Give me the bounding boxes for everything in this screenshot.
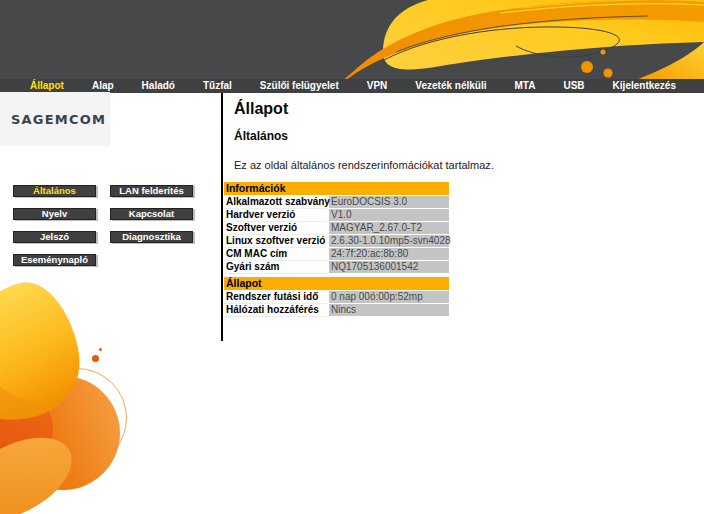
row-label: Rendszer futási idő (224, 290, 328, 303)
flower-red-blob (0, 385, 53, 475)
nav-item-alap[interactable]: Alap (92, 79, 114, 93)
router-admin-page: Állapot Alap Haladó Tűzfal Szülői felügy… (0, 0, 704, 514)
row-value: EuroDOCSIS 3.0 (328, 195, 449, 208)
sidebar-button-nyelv[interactable]: Nyelv (13, 208, 96, 220)
flower-ring (27, 368, 127, 468)
status-table: Állapot Rendszer futási idő 0 nap 00ó:00… (224, 277, 449, 317)
banner-dot-large (581, 61, 593, 73)
status-table-header: Állapot (224, 277, 449, 290)
table-row: Szoftver verzió MAGYAR_2.67.0-T2 (224, 221, 449, 234)
flower-bottom-petal (0, 423, 85, 514)
nav-item-halado[interactable]: Haladó (142, 79, 175, 93)
banner-swoosh-art (0, 0, 704, 79)
page-subtitle: Általános (234, 129, 694, 143)
flower-orange-circle (6, 376, 120, 490)
main-nav: Állapot Alap Haladó Tűzfal Szülői felügy… (0, 79, 704, 93)
sidebar-button-altalanos[interactable]: Általános (13, 185, 96, 197)
sidebar-button-jelszo[interactable]: Jelszó (13, 231, 96, 243)
nav-item-usb[interactable]: USB (563, 79, 584, 93)
row-label: CM MAC cím (224, 247, 328, 260)
nav-item-vezetek-nelkuli[interactable]: Vezeték nélküli (415, 79, 486, 93)
row-value: V1.0 (328, 208, 449, 221)
nav-item-tuzfal[interactable]: Tűzfal (203, 79, 232, 93)
row-value: 24:7f:20:ac:8b:80 (328, 247, 449, 260)
sidebar-button-esemenynaplo[interactable]: Eseménynapló (13, 254, 96, 266)
page-description: Ez az oldal általános rendszerinfomációk… (234, 159, 694, 171)
row-label: Hálózati hozzáférés (224, 303, 328, 316)
sagemcom-logo: Sagemcom (11, 112, 106, 127)
table-row: Hálózati hozzáférés Nincs (224, 303, 449, 316)
banner-dot-small (601, 50, 606, 55)
row-label: Hardver verzió (224, 208, 328, 221)
page-title: Állapot (234, 100, 694, 118)
info-table-header: Információk (224, 182, 449, 195)
flower-front-petal (0, 274, 88, 414)
table-row: CM MAC cím 24:7f:20:ac:8b:80 (224, 247, 449, 260)
nav-item-vpn[interactable]: VPN (367, 79, 388, 93)
row-label: Linux szoftver verzió (224, 234, 328, 247)
sidebar-button-kapcsolat[interactable]: Kapcsolat (110, 208, 193, 220)
sidebar-button-diagnosztika[interactable]: Diagnosztika (110, 231, 193, 243)
row-value: 2.6.30-1.0.10mp5-svn4028 (328, 234, 449, 247)
row-label: Gyári szám (224, 260, 328, 273)
nav-item-allapot[interactable]: Állapot (30, 79, 64, 93)
row-value: NQ1705136001542 (328, 260, 449, 273)
row-value: Nincs (328, 303, 449, 316)
row-value: MAGYAR_2.67.0-T2 (328, 221, 449, 234)
row-label: Szoftver verzió (224, 221, 328, 234)
table-row: Alkalmazott szabvány EuroDOCSIS 3.0 (224, 195, 449, 208)
table-row: Hardver verzió V1.0 (224, 208, 449, 221)
nav-item-mta[interactable]: MTA (515, 79, 536, 93)
table-row: Rendszer futási idő 0 nap 00ó:00p:52mp (224, 290, 449, 303)
sidebar-button-lan-felderites[interactable]: LAN felderítés (110, 185, 193, 197)
info-table: Információk Alkalmazott szabvány EuroDOC… (224, 182, 449, 274)
flower-back-petal (0, 283, 89, 434)
row-label: Alkalmazott szabvány (224, 195, 328, 208)
banner-dot-medium (604, 69, 613, 78)
nav-item-szuloi-felugyelet[interactable]: Szülői felügyelet (260, 79, 339, 93)
flower-dot-small (99, 348, 102, 351)
main-content: Állapot Általános Ez az oldal általános … (234, 100, 694, 183)
flower-art (0, 295, 190, 514)
flower-dot-large (92, 355, 99, 362)
banner (0, 0, 704, 79)
nav-item-kijelentkezes[interactable]: Kijelentkezés (613, 79, 676, 93)
table-row: Linux szoftver verzió 2.6.30-1.0.10mp5-s… (224, 234, 449, 247)
content-divider (221, 93, 223, 341)
logo-box: Sagemcom (0, 92, 110, 146)
row-value: 0 nap 00ó:00p:52mp (328, 290, 449, 303)
table-row: Gyári szám NQ1705136001542 (224, 260, 449, 273)
sidebar-menu: Általános LAN felderítés Nyelv Kapcsolat… (13, 185, 198, 266)
